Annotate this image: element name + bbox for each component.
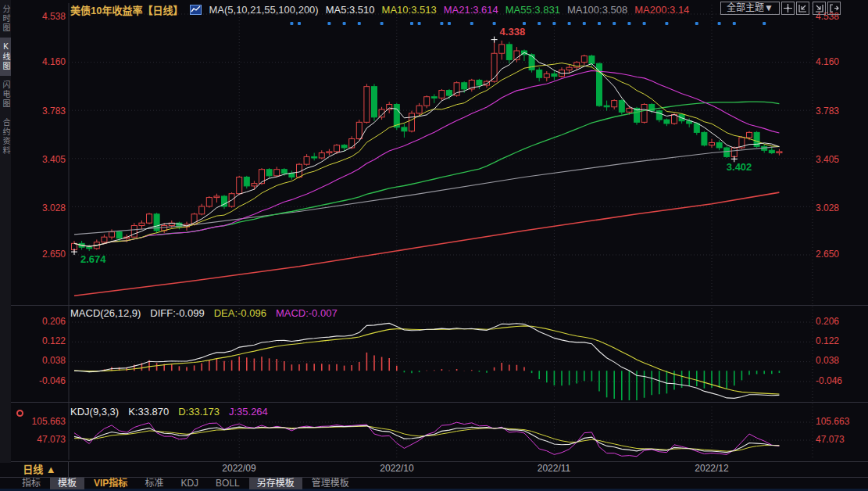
main-axis-label-right: 3.405 [816,154,866,166]
macd-axis-label-right: 0.206 [816,316,866,328]
kdj-k-value: K:33.870 [128,406,169,418]
kdj-panel-header: KDJ(9,3,3) K:33.870 D:33.173 J:35.264 [70,406,268,418]
panel-divider [0,305,868,306]
tab-save-template[interactable]: 另存模板 [249,478,302,489]
price-annotation: 2.674 [80,253,106,265]
candles-layer [72,40,782,252]
tab-manage-template[interactable]: 管理模板 [304,478,357,489]
time-axis-label: 2022/12 [680,463,743,474]
macd-axis-label-right: 0.038 [816,355,866,367]
price-annotation: 4.338 [500,26,526,38]
page-title: 美债10年收益率【日线】 [70,2,183,17]
ma55-value: MA55:3.831 [505,4,560,16]
macd-macd-value: MACD:-0.007 [276,307,338,319]
fit-left-icon[interactable] [796,2,809,15]
macd-axis-label-right: 0.122 [816,335,866,347]
kdj-j-value: J:35.264 [229,406,268,418]
macd-dea-value: DEA:-0.096 [214,307,266,319]
theme-dropdown-button[interactable]: 全部主题▼ [720,2,780,15]
tab-boll[interactable]: BOLL [208,478,248,489]
pop-out-icon[interactable] [827,2,841,15]
macd-panel-header: MACD(26,12,9) DIFF:-0.099 DEA:-0.096 MAC… [70,307,338,319]
main-axis-label-right: 4.160 [816,56,866,68]
chart-header: 美债10年收益率【日线】 MA(5,10,21,55,100,200) MA5:… [70,2,689,16]
chart-canvas[interactable]: 4.3382.6743.402 [0,0,868,463]
kdj-d-value: D:33.173 [178,406,220,418]
tab-kdj[interactable]: KDJ [173,478,206,489]
bottom-toolbar: 指标 模板 VIP指标 标准 KDJ BOLL 另存模板 管理模板 [11,478,357,489]
ma-lines-layer [74,52,779,296]
grid-layer [69,3,813,460]
main-axis-label-right: 3.783 [816,106,866,117]
time-axis-label: 2022/11 [523,463,585,474]
ma10-value: MA10:3.513 [382,4,437,16]
sidebar-tab-contract-info[interactable]: 合约资料 [0,113,11,160]
time-axis-label: 2022/09 [208,463,270,474]
sidebar-tab-kline-chart[interactable]: K线图 [0,38,11,76]
kdj-formula: KDJ(9,3,3) [70,406,119,418]
trading-app-window: { "header": { "title": "美债10年收益率【日线】", "… [0,0,868,491]
kdj-layer [74,422,779,457]
tab-templates[interactable]: 模板 [50,478,84,489]
tab-indicators[interactable]: 指标 [14,478,48,489]
kdj-marker-icon[interactable] [16,410,23,417]
fit-right-icon[interactable] [813,2,826,15]
time-axis-label: 2022/10 [366,463,428,474]
left-sidebar: 分时图 K线图 闪电图 合约资料 [0,0,11,463]
tab-standard[interactable]: 标准 [137,478,171,489]
macd-layer [74,323,779,400]
macd-axis-label-right: -0.046 [816,375,866,387]
tab-vip-indicators[interactable]: VIP指标 [86,478,135,489]
event-dots-layer [290,22,766,25]
sidebar-tab-lightning-chart[interactable]: 闪电图 [0,76,11,113]
panel-divider [0,461,868,462]
ma21-value: MA21:3.614 [444,4,498,16]
main-axis-label-right: 2.650 [816,249,866,260]
ma100-value: MA100:3.508 [567,4,627,16]
kdj-axis-label-right: 47.073 [816,434,866,446]
price-annotation: 3.402 [727,161,752,173]
annotations-layer: 4.3382.6743.402 [71,26,752,265]
ma200-value: MA200:3.14 [634,4,689,16]
macd-diff-value: DIFF:-0.099 [150,307,204,319]
crosshair-icon[interactable] [781,2,795,15]
period-selector[interactable]: 日线 ▲ [11,462,69,477]
ma5-value: MA5:3.510 [326,4,375,16]
ma-formula: MA(5,10,21,55,100,200) [209,4,318,16]
chart-icon [190,5,202,15]
kdj-axis-label-right: 105.663 [816,416,866,428]
main-axis-label-right: 3.028 [816,202,866,214]
sidebar-tab-time-chart[interactable]: 分时图 [0,0,11,38]
macd-formula: MACD(26,12,9) [70,307,141,319]
panel-divider [0,402,868,403]
